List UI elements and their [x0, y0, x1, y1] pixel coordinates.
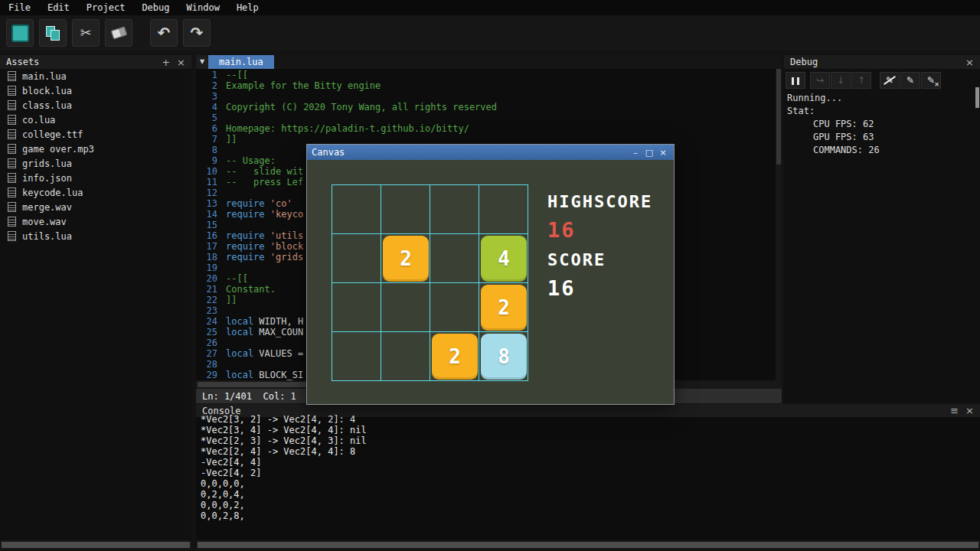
assets-horizontal-scrollbar[interactable]: [0, 540, 191, 549]
console-horizontal-scrollbar[interactable]: [196, 540, 980, 549]
board-cell: [381, 332, 430, 381]
chevron-down-icon: ▼: [200, 59, 204, 65]
copy-button[interactable]: [39, 19, 67, 47]
line-number: 26: [196, 337, 226, 348]
line-number: 20: [196, 273, 226, 284]
menu-window[interactable]: Window: [178, 2, 228, 13]
asset-item[interactable]: co.lua: [0, 112, 191, 127]
line-number: 17: [196, 241, 226, 252]
line-number: 2: [196, 80, 226, 91]
tile-2: 2: [481, 285, 527, 331]
editor-vertical-scrollbar[interactable]: [776, 69, 782, 380]
asset-label: co.lua: [22, 115, 55, 126]
board-cell: [430, 185, 479, 234]
undo-icon: ↶: [158, 25, 171, 41]
menu-project[interactable]: Project: [78, 2, 134, 13]
asset-item[interactable]: main.lua: [0, 69, 191, 83]
tab-main-lua[interactable]: main.lua: [208, 55, 274, 69]
asset-item[interactable]: move.wav: [0, 214, 191, 229]
tile-2: 2: [383, 236, 429, 282]
asset-item[interactable]: class.lua: [0, 98, 191, 112]
asset-item[interactable]: grids.lua: [0, 156, 191, 171]
erase-button[interactable]: [105, 19, 132, 47]
assets-list: main.luablock.luaclass.luaco.luacollege.…: [0, 69, 191, 243]
pause-button[interactable]: [786, 72, 805, 89]
stat-line: COMMANDS: 26: [784, 144, 980, 157]
asset-item[interactable]: utils.lua: [0, 229, 191, 243]
debug-close-button[interactable]: ×: [965, 57, 974, 67]
asset-item[interactable]: game over.mp3: [0, 142, 191, 156]
console-list-button[interactable]: ≡: [950, 406, 959, 416]
edit-breakpoints-button[interactable]: ✎: [900, 72, 920, 89]
clear-breakpoints-button[interactable]: ✎: [921, 72, 941, 89]
tab-list-dropdown[interactable]: ▼: [196, 55, 208, 69]
asset-label: merge.wav: [22, 202, 72, 213]
menu-debug[interactable]: Debug: [133, 2, 178, 13]
asset-label: block.lua: [22, 86, 72, 96]
disable-breakpoints-button[interactable]: ✎: [880, 72, 900, 89]
console-line: 0,0,0,2,: [201, 500, 980, 510]
menu-edit[interactable]: Edit: [39, 2, 78, 13]
run-button[interactable]: [6, 19, 34, 47]
redo-button[interactable]: ↷: [183, 19, 211, 47]
debug-scrollbar-thumb[interactable]: [975, 87, 979, 108]
step-into-button[interactable]: ↓: [831, 72, 851, 89]
file-icon: [8, 202, 16, 212]
line-number: 24: [196, 316, 226, 327]
console-panel: Console ≡ × *Vec2[3, 2] -> Vec2[4, 2]: 4…: [196, 404, 980, 540]
undo-button[interactable]: ↶: [150, 19, 178, 47]
board-cell: [332, 234, 381, 283]
line-number: 12: [196, 187, 226, 198]
console-line: *Vec2[3, 4] -> Vec2[4, 4]: nil: [201, 425, 980, 435]
asset-item[interactable]: block.lua: [0, 83, 191, 98]
game-viewport[interactable]: 24228 HIGHSCORE 16 SCORE 16: [307, 160, 674, 404]
code-line: 2Example for the Bitty engine: [196, 80, 776, 91]
tile-2: 2: [432, 334, 478, 380]
copy-icon: [45, 25, 60, 41]
add-asset-button[interactable]: +: [162, 57, 170, 67]
line-number: 3: [196, 91, 226, 102]
file-icon: [8, 231, 16, 241]
debug-stat-heading: Stat:: [784, 105, 980, 118]
file-icon: [8, 187, 16, 197]
highscore-value: 16: [547, 218, 576, 242]
console-line: 0,0,0,0,: [201, 478, 980, 489]
debug-status: Running...: [784, 92, 980, 105]
line-number: 13: [196, 198, 226, 209]
console-close-button[interactable]: ×: [965, 406, 974, 416]
board-cell: [381, 283, 430, 332]
line-number: 19: [196, 262, 226, 273]
asset-item[interactable]: merge.wav: [0, 200, 191, 214]
minimize-button[interactable]: –: [629, 148, 642, 158]
canvas-titlebar[interactable]: Canvas – □ ×: [307, 145, 674, 160]
cut-button[interactable]: ✂: [72, 19, 100, 47]
asset-item[interactable]: info.json: [0, 171, 191, 185]
asset-item[interactable]: college.ttf: [0, 127, 191, 142]
board-cell: [381, 185, 430, 234]
file-icon: [8, 115, 16, 125]
line-number: 25: [196, 327, 226, 337]
step-out-button[interactable]: ↑: [851, 72, 871, 89]
line-number: 28: [196, 359, 226, 370]
debug-header: Debug ×: [784, 55, 980, 69]
step-into-icon: ↓: [837, 76, 844, 85]
line-number: 11: [196, 177, 226, 187]
console-lines: *Vec2[3, 2] -> Vec2[4, 2]: 4*Vec2[3, 4] …: [196, 414, 980, 521]
line-number: 23: [196, 305, 226, 316]
stat-line: GPU FPS: 63: [784, 131, 980, 144]
assets-close-button[interactable]: ×: [177, 57, 185, 67]
menu-help[interactable]: Help: [228, 2, 267, 13]
run-icon: [11, 24, 29, 42]
assets-panel: Assets + × main.luablock.luaclass.luaco.…: [0, 55, 191, 540]
line-number: 5: [196, 112, 226, 123]
asset-label: grids.lua: [22, 158, 72, 169]
maximize-button[interactable]: □: [643, 148, 655, 158]
menu-file[interactable]: File: [0, 2, 39, 13]
code-line: 6Homepage: https://paladin-t.github.io/b…: [196, 123, 776, 134]
asset-label: main.lua: [22, 71, 67, 82]
file-icon: [8, 86, 16, 96]
asset-item[interactable]: keycode.lua: [0, 185, 191, 200]
window-close-button[interactable]: ×: [657, 148, 669, 158]
step-over-button[interactable]: ↪: [810, 72, 830, 89]
board-cell: [430, 234, 479, 283]
